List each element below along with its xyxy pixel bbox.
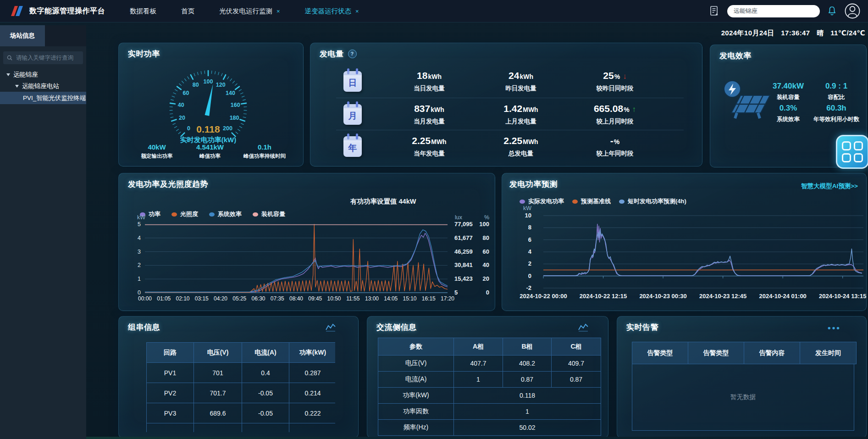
gen-unit: kWh bbox=[428, 73, 442, 80]
report-doc-icon[interactable] bbox=[709, 5, 720, 17]
cell bbox=[147, 423, 194, 433]
gen-value: 837 bbox=[414, 103, 430, 114]
gen-unit: % bbox=[614, 138, 619, 145]
menu-home[interactable]: 首页 bbox=[181, 7, 194, 16]
gen-label: 较上年同时段 bbox=[564, 150, 665, 158]
tab-close-icon[interactable]: × bbox=[355, 8, 359, 15]
tab-inverter-status[interactable]: 逆变器运行状态 × bbox=[305, 7, 359, 16]
svg-text:160: 160 bbox=[231, 102, 240, 108]
tree-node-plant[interactable]: 远能锦座电站 bbox=[0, 80, 86, 92]
panel-realtime-alarm: 实时告警 ••• 告警类型 告警类型 告警内容 发生时间 暂无数据 bbox=[617, 316, 867, 438]
more-options-icon[interactable]: ••• bbox=[828, 323, 841, 333]
cell: 1 bbox=[454, 404, 601, 420]
col-header: 告警内容 bbox=[744, 342, 800, 364]
stat-label: 容配比 bbox=[802, 94, 867, 101]
panel-title: 发电量? bbox=[320, 49, 357, 59]
tree-node-label: PVI_智能光伏监控终端 bbox=[23, 94, 86, 102]
svg-text:8: 8 bbox=[528, 224, 531, 231]
tree-node-label: 远能锦座 bbox=[13, 71, 38, 79]
cell bbox=[242, 423, 289, 433]
cell: PV3 bbox=[147, 403, 194, 423]
help-icon[interactable]: ? bbox=[348, 50, 357, 58]
calendar-month-icon: 月 bbox=[343, 104, 362, 125]
table-row: PV3689.6-0.050.222 bbox=[147, 403, 336, 423]
menu-data-board[interactable]: 数据看板 bbox=[130, 7, 156, 16]
user-avatar[interactable] bbox=[844, 3, 861, 19]
cell: 1 bbox=[454, 372, 503, 388]
gen-unit: % bbox=[614, 73, 620, 80]
svg-text:10:50: 10:50 bbox=[327, 295, 341, 302]
panel-string-info: 组串信息 回路 电压(V) 电流(A) 功率(kW) PV17010.40.28… bbox=[118, 316, 359, 438]
gen-value: 25 bbox=[603, 70, 614, 81]
app-grid-button[interactable] bbox=[836, 135, 868, 169]
trend-chart: 577,095100461,67780346,25960230,84140115… bbox=[119, 173, 495, 311]
line-chart-icon[interactable] bbox=[578, 322, 589, 333]
svg-text:02:10: 02:10 bbox=[176, 295, 189, 302]
cell: 电流(A) bbox=[378, 372, 454, 388]
cell: 409.7 bbox=[552, 356, 601, 372]
cell: 电压(V) bbox=[378, 356, 454, 372]
table-row: 电流(A)10.870.87 bbox=[378, 372, 601, 388]
cell: 0.222 bbox=[289, 403, 336, 423]
svg-text:5: 5 bbox=[454, 289, 458, 296]
tree-node-pv-terminal[interactable]: PVI_智能光伏监控终端 bbox=[0, 92, 86, 104]
sidebar: 场站信息 远能锦座 远能锦座电站 PVI_智能光伏监控终端 bbox=[0, 25, 86, 439]
svg-text:09:45: 09:45 bbox=[308, 295, 322, 302]
svg-text:2: 2 bbox=[528, 260, 531, 267]
panel-power-irradiance-trend: 发电功率及光照度趋势 有功功率设置值 44kW 功率光照度系统效率装机容量 57… bbox=[118, 173, 495, 311]
cell: 频率(Hz) bbox=[378, 420, 454, 436]
col-header: A相 bbox=[454, 338, 503, 356]
tab-close-icon[interactable]: × bbox=[276, 8, 280, 15]
tab-pv-monitoring-label: 光伏发电运行监测 bbox=[219, 7, 272, 16]
grid-square-icon bbox=[854, 141, 863, 150]
cell: 0.87 bbox=[552, 372, 601, 388]
cell: 0.87 bbox=[503, 372, 552, 388]
svg-text:77,095: 77,095 bbox=[454, 221, 473, 228]
col-header: 功率(kW) bbox=[289, 343, 336, 363]
ac-table: 参数 A相 B相 C相 电压(V)407.7408.2409.7 电流(A)10… bbox=[378, 338, 601, 436]
sidebar-search-input[interactable] bbox=[15, 54, 79, 61]
gen-label: 较昨日同时段 bbox=[564, 84, 665, 93]
forecast-chart: 1086420-2kW2024-10-22 00:002024-10-22 12… bbox=[502, 173, 866, 311]
bell-icon[interactable] bbox=[827, 6, 837, 17]
svg-text:2024-10-23 12:45: 2024-10-23 12:45 bbox=[699, 293, 746, 300]
cell: 50.02 bbox=[454, 420, 601, 436]
gen-unit: MWh bbox=[523, 106, 538, 113]
svg-text:100: 100 bbox=[479, 221, 489, 228]
cell: 0.118 bbox=[454, 388, 601, 404]
stat-peak-duration: 0.1h 峰值功率持续时间 bbox=[230, 143, 299, 160]
gen-value: 18 bbox=[417, 70, 427, 81]
line-chart-icon[interactable] bbox=[325, 322, 336, 333]
string-table: 回路 电压(V) 电流(A) 功率(kW) PV17010.40.287 PV2… bbox=[146, 342, 335, 432]
table-row: 电压(V)407.7408.2409.7 bbox=[378, 356, 601, 372]
svg-text:05:25: 05:25 bbox=[232, 295, 246, 302]
svg-text:2024-10-22 12:15: 2024-10-22 12:15 bbox=[580, 293, 627, 300]
station-search-input[interactable] bbox=[733, 7, 814, 15]
svg-text:40: 40 bbox=[178, 102, 184, 108]
svg-text:-2: -2 bbox=[526, 284, 531, 291]
svg-text:15,423: 15,423 bbox=[454, 275, 473, 282]
tree-node-station-group[interactable]: 远能锦座 bbox=[0, 69, 86, 80]
panel-power-forecast: 发电功率预测 智慧大模型AI预测>> 实际发电功率预测基准线短时发电功率预测(4… bbox=[502, 173, 867, 311]
svg-text:20: 20 bbox=[483, 275, 489, 282]
panel-title: 组串信息 bbox=[128, 322, 160, 333]
status-datetime: 2024年10月24日 17:36:47 晴 11℃/24℃ bbox=[717, 29, 865, 38]
station-search bbox=[727, 5, 820, 17]
svg-text:46,259: 46,259 bbox=[454, 248, 473, 255]
svg-text:16:15: 16:15 bbox=[422, 295, 436, 302]
svg-text:1: 1 bbox=[138, 276, 141, 282]
caret-down-icon bbox=[6, 73, 10, 76]
table-row: PV2701.7-0.050.214 bbox=[147, 383, 336, 403]
stat-value: 0.1h bbox=[230, 143, 299, 151]
tab-pv-monitoring[interactable]: 光伏发电运行监测 × bbox=[219, 7, 280, 16]
cell: PV2 bbox=[147, 383, 194, 403]
topbar-right bbox=[709, 3, 861, 19]
topbar: 数字能源管理操作平台 数据看板 首页 光伏发电运行监测 × 逆变器运行状态 × bbox=[0, 0, 868, 22]
string-table-wrap: 回路 电压(V) 电流(A) 功率(kW) PV17010.40.287 PV2… bbox=[146, 342, 335, 432]
svg-text:10: 10 bbox=[525, 212, 531, 219]
sidebar-tab-station-info[interactable]: 场站信息 bbox=[0, 25, 45, 46]
grid-square-icon bbox=[842, 141, 851, 150]
svg-text:20: 20 bbox=[179, 115, 185, 121]
cell: PV1 bbox=[147, 363, 194, 383]
stat-label: 峰值功率持续时间 bbox=[230, 153, 299, 160]
